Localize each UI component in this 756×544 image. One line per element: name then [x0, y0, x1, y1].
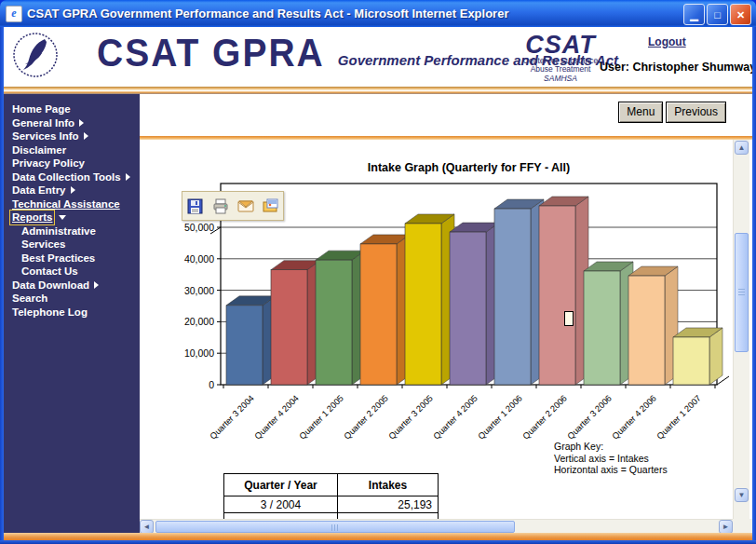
scroll-left-icon[interactable]: ◄: [140, 520, 154, 534]
csat-gpra-wordmark: CSAT GPRA: [97, 33, 325, 73]
vertical-scrollbar[interactable]: ▲ ▼: [733, 140, 749, 519]
graph-key-title: Graph Key:: [554, 441, 668, 453]
sidebar-item-label[interactable]: Reports: [10, 211, 54, 224]
previous-button[interactable]: Previous: [666, 102, 726, 123]
csat-logo-line3: SAMHSA: [505, 74, 616, 83]
sidebar-item-services-info[interactable]: Services Info: [4, 129, 140, 143]
chart-toolbar: [182, 191, 284, 221]
print-icon[interactable]: [211, 197, 230, 215]
logout-link[interactable]: Logout: [648, 35, 686, 48]
chevron-right-icon: [126, 173, 130, 181]
horizontal-scrollbar[interactable]: ◄ ►: [140, 519, 733, 534]
maximize-button[interactable]: □: [707, 4, 728, 25]
text-cursor-artifact: [564, 311, 574, 326]
sidebar-item-telephone-log[interactable]: Telephone Log: [4, 306, 140, 320]
chevron-right-icon: [94, 281, 99, 289]
sidebar-item-label[interactable]: Technical Assistance: [12, 197, 120, 211]
sidebar-item-label[interactable]: Telephone Log: [12, 306, 88, 320]
horizontal-scroll-thumb[interactable]: [155, 521, 515, 533]
scroll-down-icon[interactable]: ▼: [735, 488, 749, 502]
cell-intakes: 25,193: [338, 496, 439, 513]
email-icon[interactable]: [236, 197, 255, 215]
sidebar-item-label[interactable]: Privacy Policy: [12, 156, 85, 170]
sidebar-item-home-page[interactable]: Home Page: [4, 102, 140, 116]
sidebar-nav: Home PageGeneral InfoServices InfoDiscla…: [4, 94, 140, 533]
svg-text:50,000: 50,000: [184, 222, 214, 233]
sidebar-item-general-info[interactable]: General Info: [4, 116, 140, 130]
sidebar-item-technical-assistance[interactable]: Technical Assistance: [4, 197, 140, 211]
page-bottom-bar: [4, 533, 752, 540]
sidebar-item-label[interactable]: Home Page: [12, 102, 71, 116]
save-icon[interactable]: [186, 197, 205, 215]
svg-text:Quarter 2 2005: Quarter 2 2005: [343, 393, 390, 441]
svg-text:30,000: 30,000: [184, 285, 214, 296]
sidebar-item-label[interactable]: Administrative: [21, 224, 96, 238]
sidebar-item-label[interactable]: Services: [21, 238, 65, 252]
window-frame-right: [752, 27, 756, 544]
cell-quarter-year: 3 / 2004: [224, 496, 338, 513]
sidebar-item-privacy-policy[interactable]: Privacy Policy: [4, 156, 140, 170]
sidebar-item-label[interactable]: Services Info: [12, 129, 79, 143]
sidebar-item-label[interactable]: Data Collection Tools: [12, 170, 121, 184]
csat-logo-acronym: CSAT: [505, 33, 616, 57]
svg-text:40,000: 40,000: [184, 253, 214, 265]
sidebar-item-data-download[interactable]: Data Download: [4, 279, 140, 292]
svg-text:10,000: 10,000: [184, 347, 214, 359]
sidebar-item-label[interactable]: Contact Us: [21, 265, 78, 279]
graph-key: Graph Key: Vertical axis = Intakes Horiz…: [554, 441, 668, 476]
title-bar: e CSAT GPRA Government Performance and R…: [0, 0, 756, 27]
svg-text:20,000: 20,000: [184, 316, 214, 327]
close-button[interactable]: ✕: [730, 4, 751, 25]
intake-bar-chart: 010,00020,00030,00040,00050,000Quarter 3…: [140, 140, 733, 456]
sidebar-item-services[interactable]: Services: [4, 238, 140, 252]
table-header-quarter: Quarter / Year: [224, 474, 338, 496]
svg-text:Quarter 4 2004: Quarter 4 2004: [253, 393, 301, 441]
sidebar-item-best-practices[interactable]: Best Practices: [4, 252, 140, 265]
svg-text:Quarter 3 2004: Quarter 3 2004: [209, 393, 256, 441]
svg-text:Quarter 3 2005: Quarter 3 2005: [387, 393, 435, 441]
table-row: 3 / 200425,193: [224, 496, 439, 513]
svg-text:Quarter 4 2006: Quarter 4 2006: [611, 393, 658, 441]
minimize-button[interactable]: ▁: [683, 4, 705, 25]
sidebar-item-label[interactable]: Data Entry: [12, 184, 66, 197]
svg-text:Quarter 1 2006: Quarter 1 2006: [477, 393, 524, 441]
sidebar-item-reports[interactable]: Reports: [4, 211, 140, 224]
page-header: CSAT GPRA Government Performance and Res…: [4, 27, 752, 87]
sidebar-item-label[interactable]: General Info: [12, 116, 74, 130]
window-frame-bottom: [0, 540, 756, 544]
intake-table: Quarter / Year Intakes 3 / 200425,193: [223, 473, 439, 519]
sidebar-item-label[interactable]: Best Practices: [21, 252, 95, 265]
svg-text:Quarter 1 2007: Quarter 1 2007: [655, 393, 703, 441]
svg-text:Quarter 2 2006: Quarter 2 2006: [521, 393, 569, 441]
window-frame-left: [0, 27, 4, 544]
chevron-right-icon: [79, 119, 84, 127]
sidebar-item-data-entry[interactable]: Data Entry: [4, 184, 140, 197]
csat-logo: CSAT Center for Substance Abuse Treatmen…: [505, 33, 616, 83]
hhs-logo: [11, 31, 60, 83]
content-area: Menu Previous Intake Graph (Quarterly fo…: [140, 94, 752, 533]
graph-key-horizontal: Horizontal axis = Quarters: [554, 464, 668, 476]
sidebar-item-administrative[interactable]: Administrative: [4, 224, 140, 238]
sidebar-item-label[interactable]: Data Download: [12, 279, 89, 292]
window-title: CSAT GPRA Government Performance and Res…: [27, 7, 508, 20]
sidebar-item-label[interactable]: Disclaimer: [12, 143, 66, 157]
intake-table-wrap: Quarter / Year Intakes 3 / 200425,193: [223, 473, 439, 519]
svg-text:Quarter 4 2005: Quarter 4 2005: [432, 393, 479, 441]
export-icon[interactable]: [262, 197, 280, 215]
header-divider: [4, 87, 752, 94]
svg-text:Quarter 3 2006: Quarter 3 2006: [566, 393, 614, 441]
svg-text:0: 0: [209, 379, 214, 390]
sidebar-item-data-collection-tools[interactable]: Data Collection Tools: [4, 170, 140, 184]
sidebar-item-label[interactable]: Search: [12, 292, 47, 306]
sidebar-item-contact-us[interactable]: Contact Us: [4, 265, 140, 279]
scroll-up-icon[interactable]: ▲: [735, 141, 749, 155]
menu-button[interactable]: Menu: [618, 102, 663, 123]
chevron-right-icon: [71, 186, 75, 194]
vertical-scroll-thumb[interactable]: [735, 233, 749, 352]
user-label: User: Christopher Shumway: [600, 61, 756, 74]
scrollbar-corner: [733, 519, 752, 533]
sidebar-item-disclaimer[interactable]: Disclaimer: [4, 143, 140, 157]
chevron-right-icon: [84, 132, 88, 140]
scroll-right-icon[interactable]: ►: [719, 520, 733, 534]
sidebar-item-search[interactable]: Search: [4, 292, 140, 306]
